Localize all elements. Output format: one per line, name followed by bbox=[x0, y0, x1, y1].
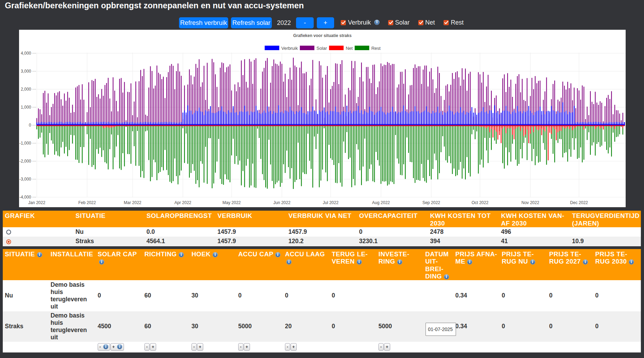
svg-text:Feb 2022: Feb 2022 bbox=[78, 200, 96, 205]
svg-text:1,000: 1,000 bbox=[21, 105, 31, 110]
svg-text:Net: Net bbox=[346, 46, 353, 51]
svg-text:Sep 2022: Sep 2022 bbox=[422, 200, 440, 205]
svg-text:-2,000: -2,000 bbox=[19, 159, 31, 164]
svg-text:2,000: 2,000 bbox=[21, 87, 31, 92]
svg-text:4,000: 4,000 bbox=[21, 51, 31, 56]
svg-text:3,000: 3,000 bbox=[21, 69, 31, 74]
svg-text:Grafieken voor situatie straks: Grafieken voor situatie straks bbox=[293, 33, 352, 38]
svg-text:-4,000: -4,000 bbox=[19, 195, 31, 200]
svg-text:Jan 2022: Jan 2022 bbox=[28, 200, 46, 205]
svg-text:May 2022: May 2022 bbox=[223, 200, 241, 205]
svg-text:-3,000: -3,000 bbox=[19, 177, 31, 182]
svg-text:Oct 2022: Oct 2022 bbox=[472, 200, 489, 205]
svg-text:Dec 2022: Dec 2022 bbox=[570, 200, 588, 205]
svg-text:0: 0 bbox=[29, 123, 31, 128]
svg-text:Jul 2022: Jul 2022 bbox=[323, 200, 339, 205]
svg-text:Solar: Solar bbox=[316, 46, 327, 51]
svg-text:-1,000: -1,000 bbox=[19, 141, 31, 146]
svg-text:Apr 2022: Apr 2022 bbox=[175, 200, 191, 205]
svg-text:Rest: Rest bbox=[371, 46, 381, 51]
svg-text:Mar 2022: Mar 2022 bbox=[124, 200, 142, 205]
svg-text:Verbruik: Verbruik bbox=[281, 46, 298, 51]
svg-text:Aug 2022: Aug 2022 bbox=[372, 200, 390, 205]
svg-text:Nov 2022: Nov 2022 bbox=[521, 200, 539, 205]
svg-text:Jun 2022: Jun 2022 bbox=[274, 200, 291, 205]
